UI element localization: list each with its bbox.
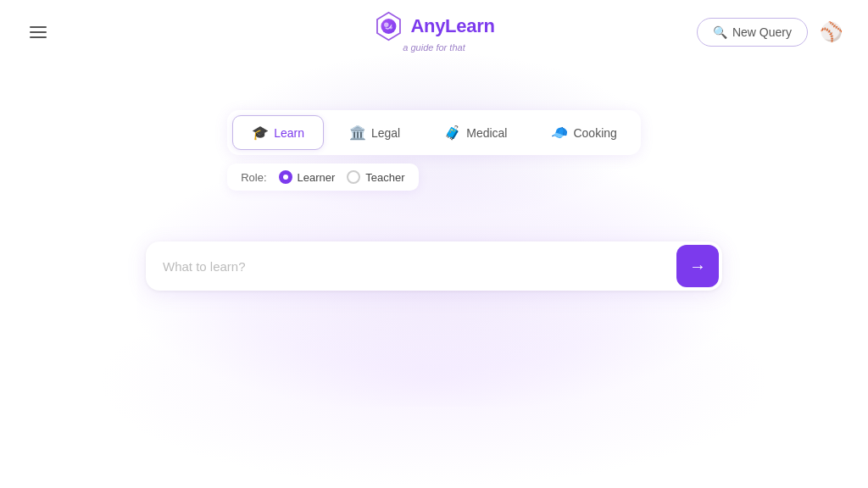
header: AnyLearn a guide for that 🔍 New Query ⚾ xyxy=(0,0,868,64)
tab-cooking-label: Cooking xyxy=(573,126,616,140)
new-query-label: New Query xyxy=(732,25,792,39)
learn-icon: 🎓 xyxy=(252,125,269,141)
svg-point-2 xyxy=(384,23,388,27)
role-learner[interactable]: Learner xyxy=(279,170,336,184)
tab-learn[interactable]: 🎓 Learn xyxy=(232,115,324,150)
cooking-icon: 🧢 xyxy=(551,125,568,141)
tab-medical-label: Medical xyxy=(466,126,507,140)
medical-icon: 🧳 xyxy=(444,125,461,141)
role-teacher[interactable]: Teacher xyxy=(347,170,404,184)
hamburger-menu[interactable] xyxy=(25,22,51,42)
role-teacher-label: Teacher xyxy=(365,171,404,184)
new-query-button[interactable]: 🔍 New Query xyxy=(697,18,808,47)
radio-learner[interactable] xyxy=(279,170,292,184)
user-icon[interactable]: ⚾ xyxy=(820,21,843,43)
search-icon: 🔍 xyxy=(713,25,727,39)
logo-text: AnyLearn xyxy=(410,15,494,37)
search-container: → xyxy=(146,241,722,291)
main-content: 🎓 Learn 🏛️ Legal 🧳 Medical 🧢 Cooking Rol… xyxy=(0,64,868,291)
tab-cooking[interactable]: 🧢 Cooking xyxy=(532,115,635,150)
logo-icon xyxy=(373,11,403,42)
legal-icon: 🏛️ xyxy=(349,125,366,141)
category-tabs: 🎓 Learn 🏛️ Legal 🧳 Medical 🧢 Cooking xyxy=(227,110,641,155)
tab-medical[interactable]: 🧳 Medical xyxy=(426,115,526,150)
tabs-area: 🎓 Learn 🏛️ Legal 🧳 Medical 🧢 Cooking Rol… xyxy=(227,110,641,191)
search-submit-button[interactable]: → xyxy=(676,245,719,287)
role-label: Role: xyxy=(241,171,266,184)
tab-legal-label: Legal xyxy=(371,126,400,140)
role-learner-label: Learner xyxy=(298,171,336,184)
arrow-right-icon: → xyxy=(689,257,706,276)
search-input[interactable] xyxy=(163,247,676,286)
svg-point-1 xyxy=(381,19,396,34)
logo-tagline: a guide for that xyxy=(403,42,465,53)
radio-teacher[interactable] xyxy=(347,170,360,184)
tab-legal[interactable]: 🏛️ Legal xyxy=(331,115,419,150)
tab-learn-label: Learn xyxy=(274,126,304,140)
role-selector: Role: Learner Teacher xyxy=(227,164,418,191)
logo-area: AnyLearn a guide for that xyxy=(373,11,494,53)
header-right: 🔍 New Query ⚾ xyxy=(697,18,843,47)
